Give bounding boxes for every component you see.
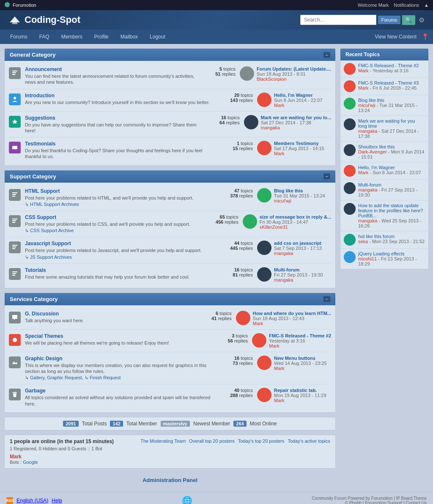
forum-title[interactable]: Garbage — [25, 388, 46, 394]
forum-desc: Find here some amazing tutorials that ma… — [25, 274, 215, 280]
view-new-content-link[interactable]: View New Content — [375, 30, 417, 44]
recent-info: FMC-S Released - Theme #3 Mark - Fri 6 J… — [358, 80, 419, 90]
support-category: Support Category − HTML Support Post her… — [4, 170, 336, 288]
google-bot-link[interactable]: Google — [23, 460, 38, 465]
last-topic-link[interactable]: FMC-S Released - Theme #2 — [269, 333, 331, 338]
avatar — [344, 98, 356, 110]
rss-icon: RSS — [6, 497, 13, 504]
forum-row: Graphic Design This is where we display … — [9, 352, 331, 385]
last-topic-link[interactable]: Blog like this — [274, 188, 303, 193]
nav-right: View New Content 📍 — [375, 30, 429, 44]
forum-icon — [9, 189, 21, 201]
forum-title[interactable]: G. Discussion — [25, 311, 59, 317]
recent-topic-link[interactable]: hot like this forum — [358, 234, 395, 239]
recent-topic-link[interactable]: How to add the status update feature in … — [358, 203, 423, 218]
nav-faq[interactable]: FAQ — [33, 30, 55, 44]
recent-date: - Sun 8 Jun 2014 - 22:07 — [370, 170, 421, 175]
last-date: Mon 19 Aug 2013 - 11:29 — [274, 393, 326, 398]
forum-desc: Post here your problems related to HTML,… — [25, 195, 215, 201]
last-topic-link[interactable]: How and where do you learn HTM... — [253, 311, 331, 316]
last-topic-link[interactable]: New Menu buttons — [274, 356, 315, 361]
last-topic-link[interactable]: Multi-forum — [274, 267, 299, 272]
recent-topic-link[interactable]: Multi-forum — [358, 182, 381, 187]
recent-item: Blog like this micul'wji - Tue 31 Mar 20… — [340, 95, 428, 116]
nav-mailbox[interactable]: Mailbox — [115, 30, 144, 44]
nav-members[interactable]: Members — [55, 30, 88, 44]
moderating-team-link[interactable]: The Moderating Team — [140, 438, 186, 444]
graphic-request-link[interactable]: Graphic Request — [47, 375, 82, 380]
last-topic-link[interactable]: Forum Updates: (Latest Update.... — [257, 66, 331, 71]
recent-info: Shoutbox like this Dark-Avenger - Mon 9 … — [358, 144, 425, 159]
language-link[interactable]: English (USA) — [16, 498, 48, 504]
most-online-label: Most Online — [250, 421, 277, 427]
notifications-link[interactable]: Notifications — [394, 3, 419, 8]
recent-topic-link[interactable]: Shoutbox like this — [358, 144, 395, 149]
last-info: Members Testimony Sat 17 Aug 2013 - 14:1… — [274, 141, 324, 156]
recent-topic-link[interactable]: Blog like this — [358, 98, 384, 103]
search-icon-button[interactable]: 🔍 — [402, 15, 415, 25]
forum-info: Garbage All topics considered as solved … — [25, 388, 215, 407]
last-topic-link[interactable]: Mark we are waiting for you lo... — [261, 115, 331, 120]
general-category-toggle[interactable]: − — [323, 52, 330, 58]
services-category-toggle[interactable]: − — [323, 296, 330, 302]
last-topic-link[interactable]: Repair statistic tab. — [274, 388, 317, 393]
todays-active-link[interactable]: Today's active topics — [288, 438, 330, 444]
last-info: Multi-forum Fri 27 Sep 2013 - 19:30 mang… — [274, 267, 323, 282]
top-bar-right: Welcome Mark Notifications ▲ — [358, 3, 429, 8]
last-topic-link[interactable]: Hello, I'm Wagner — [274, 93, 312, 98]
last-topic-link[interactable]: Members Testimony — [274, 141, 319, 146]
services-category-header: Services Category − — [5, 293, 335, 305]
sub-forum-link[interactable]: CSS Support Archive — [30, 228, 74, 233]
online-user: Mark — [10, 454, 22, 460]
forum-desc: This is where we display our members cre… — [25, 362, 215, 375]
forum-title[interactable]: Announcement — [25, 66, 62, 72]
forum-desc: Post here your problems related to CSS, … — [25, 221, 200, 227]
recent-topic-link[interactable]: FMC-S Released - Theme #2 — [358, 63, 419, 68]
site-logo[interactable]: Coding-Spot — [8, 14, 80, 25]
search-input[interactable] — [300, 15, 376, 25]
nav-logout[interactable]: Logout — [144, 30, 171, 44]
recent-topic-link[interactable]: FMC-S Released - Theme #3 — [358, 80, 419, 85]
recent-topic-link[interactable]: Hello, I'm Wagner — [358, 165, 395, 170]
sub-forum-link[interactable]: JS Support Archives — [30, 255, 72, 260]
admin-panel-link[interactable]: Administration Panel — [143, 477, 197, 483]
forum-title[interactable]: Introduction — [25, 93, 55, 99]
nav-forums[interactable]: Forums — [4, 30, 33, 44]
recent-topic-link[interactable]: Mark we are waiting for you long time — [358, 118, 415, 129]
bots-label: Bots : — [10, 460, 22, 465]
forum-title-special-themes[interactable]: Special Themes — [25, 333, 63, 339]
avatar — [344, 234, 356, 246]
support-category-toggle[interactable]: − — [323, 173, 330, 179]
nav-profile[interactable]: Profile — [88, 30, 115, 44]
forum-title[interactable]: Graphic Design — [25, 356, 63, 362]
last-topic-link[interactable]: add css on javascript — [274, 241, 321, 246]
avatar — [344, 203, 356, 215]
avatar — [257, 356, 271, 370]
forum-title[interactable]: CSS Support — [25, 214, 56, 220]
copyright-line1: Community Forum Powered by Forumotion | … — [312, 496, 427, 501]
finish-request-link[interactable]: Finish Request — [90, 375, 121, 380]
support-forum-list: HTML Support Post here your problems rel… — [5, 183, 335, 288]
recent-item: FMC-S Released - Theme #3 Mark - Fri 6 J… — [340, 78, 428, 95]
forum-title[interactable]: Testimonials — [25, 141, 55, 147]
site-name: Coding-Spot — [25, 14, 80, 25]
forum-title[interactable]: Javascript Support — [25, 241, 71, 247]
forum-title[interactable]: Tutorials — [25, 267, 46, 273]
avatar — [344, 251, 356, 263]
last-topic-link[interactable]: size of message box in reply &... — [260, 214, 331, 219]
gallery-link[interactable]: Gallery — [30, 375, 44, 380]
top-20-posters-link[interactable]: Overall top 20 posters — [189, 438, 235, 444]
help-link[interactable]: Help — [52, 498, 62, 504]
last-poster: mangaka — [261, 125, 331, 130]
recent-item: Shoutbox like this Dark-Avenger - Mon 9 … — [340, 142, 428, 162]
forumotion-logo — [4, 2, 10, 8]
gear-icon[interactable]: ⚙ — [419, 16, 425, 24]
recent-item: jQuery Loading effects mioshi11 - Fri 13… — [340, 249, 428, 269]
forum-title[interactable]: HTML Support — [25, 188, 60, 194]
recent-info: Blog like this micul'wji - Tue 31 Mar 20… — [358, 98, 425, 113]
recent-topic-link[interactable]: jQuery Loading effects — [358, 251, 405, 256]
search-forums-button[interactable]: Forums — [378, 16, 400, 24]
todays-top-20-link[interactable]: Today's top 20 posters — [238, 438, 285, 444]
forum-title[interactable]: Suggestions — [25, 115, 55, 121]
sub-forum-link[interactable]: HTML Support Archives — [30, 202, 79, 207]
